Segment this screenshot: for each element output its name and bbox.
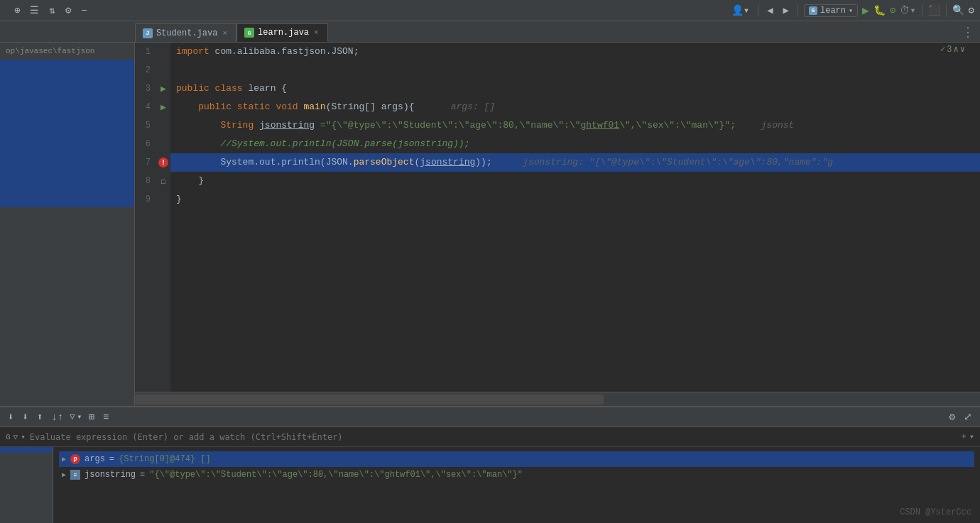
- debug-sidebar-item-active[interactable]: [0, 447, 53, 453]
- run-button[interactable]: ▶: [862, 4, 869, 18]
- code-token: out: [259, 153, 276, 172]
- debug-var-args-name: args: [85, 454, 105, 464]
- bottom-toolbar-left: ⬇ ⬇ ⬆ ↓↑ ▽ ▾ ⊞ ≡: [6, 409, 111, 424]
- filter-icon: ▽: [70, 412, 75, 422]
- left-panel-icons: ⊕ ☰ ⇅ ⚙ −: [6, 3, 141, 18]
- toolbar-icon-gear[interactable]: ⚙: [62, 3, 74, 18]
- code-hint-4: args: []: [429, 98, 496, 116]
- editor-content: 1 2 3 ▶: [135, 43, 980, 392]
- code-line-1: import com.alibaba.fastjson.JSON;: [170, 43, 980, 61]
- evaluate-expression-bar: G ▽ ▾ + ▾: [0, 427, 980, 447]
- gutter-icons-1: [156, 43, 170, 61]
- sidebar-selected-item[interactable]: [0, 60, 134, 65]
- gutter-line-1: 1: [135, 43, 170, 61]
- bottom-toolbar: ⬇ ⬇ ⬆ ↓↑ ▽ ▾ ⊞ ≡ ⚙ ⤢: [0, 407, 980, 427]
- debug-row-args[interactable]: ▶ p args = {String[0]@474} []: [59, 451, 974, 467]
- gutter-line-3: 3 ▶: [135, 79, 170, 98]
- run-config-arrow: ▾: [849, 6, 853, 15]
- separator-4: [946, 4, 947, 17]
- forward-icon[interactable]: ▶: [780, 3, 792, 18]
- scrollbar-thumb[interactable]: [135, 395, 604, 404]
- bottom-maximize-icon[interactable]: ⤢: [962, 409, 974, 424]
- gutter-line-7: 7 !: [135, 153, 170, 172]
- gutter-icons-5: [156, 116, 170, 135]
- tab-learn[interactable]: G learn.java ×: [236, 23, 328, 42]
- debug-button[interactable]: 🐛: [873, 4, 886, 16]
- code-token: ;: [354, 43, 359, 61]
- line-num-7: 7: [135, 153, 156, 172]
- code-line-9: }: [170, 190, 980, 209]
- sidebar: op\javasec\fastjson: [0, 43, 135, 406]
- code-line-8: }: [170, 172, 980, 190]
- tab-student[interactable]: J Student.java ×: [135, 23, 236, 42]
- code-token: void: [276, 98, 303, 116]
- upload-icon[interactable]: ⬆: [35, 409, 45, 424]
- margin-down-arrow[interactable]: ∨: [960, 44, 965, 55]
- separator-1: [758, 4, 758, 17]
- debug-row-jsonstring[interactable]: ▶ ≡ jsonstring = "{\"@type\":\"Student\"…: [59, 467, 974, 483]
- gutter-line-5: 5: [135, 116, 170, 135]
- gutter-line-6: 6: [135, 135, 170, 153]
- settings-button[interactable]: ⚙: [969, 4, 974, 16]
- toolbar-icon-arrows[interactable]: ⇅: [46, 3, 58, 18]
- debug-eq-args: =: [109, 454, 114, 464]
- code-content[interactable]: import com.alibaba.fastjson.JSON; public…: [170, 43, 980, 392]
- eval-down-arrow[interactable]: ▾: [969, 431, 974, 442]
- code-token: jsonstring: [420, 153, 475, 172]
- debug-content-area: ▶ p args = {String[0]@474} [] ▶ ≡ jsonst…: [0, 447, 980, 523]
- debug-sidebar: [0, 447, 53, 523]
- account-icon[interactable]: 👤▾: [729, 3, 752, 18]
- evaluate-expression-input[interactable]: [30, 432, 962, 442]
- line-num-9: 9: [135, 190, 156, 209]
- run-line-4[interactable]: ▶: [160, 101, 166, 113]
- tab-close-student[interactable]: ×: [221, 28, 229, 38]
- expand-args-icon[interactable]: ▶: [62, 455, 66, 463]
- bookmark-line-8[interactable]: ◻: [161, 177, 166, 186]
- sidebar-path: op\javasec\fastjson: [0, 43, 134, 60]
- gutter-line-2: 2: [135, 61, 170, 79]
- back-icon[interactable]: ◀: [764, 3, 775, 18]
- code-token: ghtwf01: [581, 116, 620, 135]
- run-config-dropdown[interactable]: G learn ▾: [804, 4, 858, 17]
- bottom-panel: ⬇ ⬇ ⬆ ↓↑ ▽ ▾ ⊞ ≡ ⚙ ⤢ G ▽ ▾ + ▾: [0, 406, 980, 523]
- code-hint-7: jsonstring: "{\"@type\":\"Student\":\"ag…: [506, 153, 833, 172]
- toolbar-icon-layout[interactable]: ⊕: [11, 3, 23, 18]
- columns-icon[interactable]: ≡: [101, 410, 111, 424]
- filter-dropdown-small[interactable]: ▾: [21, 432, 26, 441]
- margin-up-arrow[interactable]: ∧: [953, 44, 958, 55]
- code-token: String: [176, 116, 259, 135]
- debug-var-jsonstring-name: jsonstring: [85, 470, 136, 480]
- toolbar-icon-minus[interactable]: −: [78, 4, 89, 18]
- tab-close-learn[interactable]: ×: [312, 28, 320, 38]
- code-line-6: //System.out.println(JSON.parse(jsonstri…: [170, 135, 980, 153]
- code-token: jsonstring: [259, 116, 315, 135]
- debug-icon-args: p: [70, 454, 80, 464]
- debug-val-args: {String[0]@474} []: [119, 454, 211, 464]
- bottom-gear-icon[interactable]: ⚙: [947, 409, 957, 424]
- main-area: op\javasec\fastjson ✓ 3 ∧ ∨ 1: [0, 43, 980, 406]
- coverage-button[interactable]: ⊙: [890, 4, 895, 16]
- filter-button[interactable]: ▽ ▾: [70, 412, 82, 422]
- toolbar-icon-list[interactable]: ☰: [27, 3, 42, 18]
- search-button[interactable]: 🔍: [952, 4, 964, 16]
- code-line-7: System.out.println(JSON.parseObject(json…: [170, 153, 980, 172]
- gutter-icons-7: !: [156, 153, 170, 172]
- download-icon-2[interactable]: ⬇: [20, 409, 30, 424]
- run-line-3[interactable]: ▶: [160, 83, 166, 94]
- step-over-icon[interactable]: ↓↑: [49, 410, 65, 424]
- tabs-more-button[interactable]: ⋮: [962, 24, 974, 40]
- table-icon[interactable]: ⊞: [87, 409, 97, 424]
- horizontal-scrollbar[interactable]: [135, 392, 980, 406]
- breakpoint-line-7[interactable]: !: [158, 158, 168, 167]
- expand-jsonstring-icon[interactable]: ▶: [62, 470, 66, 479]
- stop-button[interactable]: ⬛: [928, 4, 940, 16]
- eval-plus-icon[interactable]: +: [962, 432, 967, 442]
- gutter-line-4: 4 ▶: [135, 98, 170, 116]
- download-icon-1[interactable]: ⬇: [6, 409, 16, 424]
- code-line-4: public static void main(String[] args){ …: [170, 98, 980, 116]
- code-token: ));: [475, 153, 491, 172]
- gutter-icons-8: ◻: [156, 172, 170, 190]
- code-token: .println(JSON.: [276, 153, 353, 172]
- filter-icon-small[interactable]: ▽: [13, 432, 18, 441]
- profile-button[interactable]: ⏱▾: [900, 4, 915, 16]
